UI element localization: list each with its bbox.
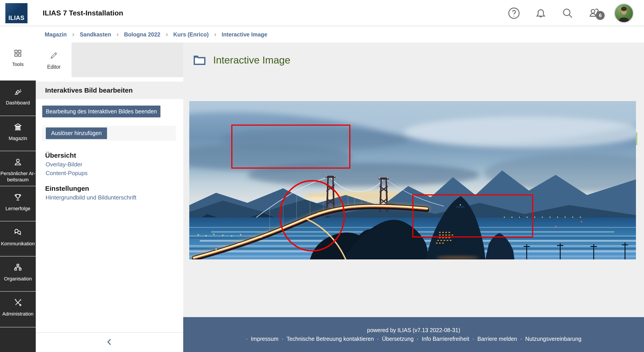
sidebar-item-label: Magazin [8, 135, 27, 142]
bullet-separator: · [377, 336, 379, 342]
breadcrumb: Magazin › Sandkasten › Bologna 2022 › Ku… [0, 27, 644, 43]
ilias-app: ILIAS ILIAS 7 Test-Installation 6 Magazi… [0, 0, 644, 352]
breadcrumb-separator-icon: › [116, 31, 119, 38]
panel-heading: Interaktives Bild bearbeiten [36, 82, 183, 99]
breadcrumb-current-page[interactable]: Interactive Image [222, 31, 267, 38]
page-footer: powered by ILIAS (v7.13 2022-08-31) · Im… [183, 317, 644, 352]
breadcrumb-magazin[interactable]: Magazin [45, 31, 67, 38]
grid-icon [13, 48, 23, 59]
chat-icon [13, 227, 23, 238]
overlay-images-link[interactable]: Overlay-Bilder [46, 161, 82, 168]
editor-slate: Editor Interaktives Bild bearbeiten Bear… [36, 43, 183, 352]
user-avatar[interactable] [614, 3, 634, 23]
chevron-left-icon[interactable] [104, 337, 114, 348]
bell-icon[interactable] [534, 6, 548, 20]
footer-link-support[interactable]: Technische Betreuung kontaktieren [286, 336, 374, 342]
slate-tab-row: Editor [36, 43, 183, 77]
header-bar: ILIAS ILIAS 7 Test-Installation 6 [0, 0, 644, 26]
sidebar-item-label: Persönlicher Ar- beitsraum [0, 170, 36, 183]
bullet-separator: · [520, 336, 522, 342]
orgchart-icon [13, 262, 23, 273]
content-area: Interactive Image [183, 43, 644, 317]
page-title: Interactive Image [213, 54, 290, 66]
sidebar-filler [0, 327, 36, 352]
bullet-separator: · [246, 336, 248, 342]
main-sidebar: Tools Dashboard Magazin Persönlicher Ar-… [0, 43, 36, 352]
sidebar-item-organisation[interactable]: Organisation [0, 256, 36, 291]
tab-editor[interactable]: Editor [36, 43, 72, 77]
trophy-icon [13, 192, 23, 203]
interactive-image-canvas[interactable] [189, 101, 636, 259]
lamp-icon [13, 86, 23, 98]
installation-title: ILIAS 7 Test-Installation [43, 0, 123, 26]
sidebar-item-label: Administration [2, 311, 33, 317]
overview-section-title: Übersicht [45, 152, 183, 159]
sidebar-item-kommunikation[interactable]: Kommunikation [0, 221, 36, 256]
breadcrumb-separator-icon: › [214, 31, 216, 38]
editor-toolbar: Auslöser hinzufügen [42, 126, 176, 141]
footer-link-impressum[interactable]: Impressum [251, 336, 278, 342]
slate-collapse-bar [36, 332, 183, 352]
sidebar-item-label: Kommunikation [1, 241, 35, 247]
sidebar-item-magazin[interactable]: Magazin [0, 116, 36, 151]
ilias-logo[interactable]: ILIAS [5, 3, 28, 23]
sidebar-item-label: Dashboard [6, 100, 30, 106]
add-trigger-button[interactable]: Auslöser hinzufügen [46, 128, 107, 139]
who-is-online-icon[interactable]: 6 [587, 6, 602, 20]
breadcrumb-separator-icon: › [166, 31, 168, 38]
content-popups-link[interactable]: Content-Popups [46, 170, 88, 177]
background-image-link[interactable]: Hintergrundbild und Bildunterschrift [46, 194, 136, 201]
sidebar-item-administration[interactable]: Administration [0, 291, 36, 327]
breadcrumb-bologna[interactable]: Bologna 2022 [124, 31, 160, 38]
bullet-separator: · [472, 336, 474, 342]
footer-link-report-barrier[interactable]: Barriere melden [477, 336, 517, 342]
trigger-rectangle-a[interactable] [231, 125, 350, 169]
settings-section-title: Einstellungen [45, 185, 183, 192]
tab-row-filler [72, 43, 183, 77]
sidebar-item-persoenlicher-arbeitsraum[interactable]: Persönlicher Ar- beitsraum [0, 151, 36, 186]
tab-label: Editor [47, 64, 60, 70]
bullet-separator: · [417, 336, 418, 342]
sidebar-item-dashboard[interactable]: Dashboard [0, 81, 36, 116]
page-title-row: Interactive Image [194, 54, 290, 66]
breadcrumb-sandkasten[interactable]: Sandkasten [80, 31, 111, 38]
search-icon[interactable] [560, 6, 575, 20]
bullet-separator: · [282, 336, 283, 342]
sidebar-item-label: Lernerfolge [5, 205, 30, 212]
footer-links: · Impressum · Technische Betreuung konta… [246, 336, 582, 342]
person-icon [13, 157, 23, 168]
finish-editing-button[interactable]: Bearbeitung des Interaktiven Bildes been… [42, 106, 160, 117]
image-scrollbar-thumb[interactable] [636, 132, 637, 145]
help-icon[interactable] [507, 6, 521, 20]
sidebar-item-label: Organisation [4, 276, 32, 282]
header-icon-group: 6 [507, 0, 634, 26]
sidebar-item-label: Tools [12, 61, 24, 68]
online-count-badge: 6 [596, 11, 605, 20]
folder-icon [194, 54, 206, 66]
pencil-icon [49, 51, 59, 61]
footer-link-terms[interactable]: Nutzungsvereinbarung [525, 336, 582, 342]
trigger-rectangle-b[interactable] [412, 194, 533, 237]
bank-icon [13, 122, 23, 133]
footer-link-translation[interactable]: Übersetzung [382, 336, 414, 342]
sidebar-item-tools[interactable]: Tools [0, 43, 36, 81]
powered-by-text: powered by ILIAS (v7.13 2022-08-31) [367, 327, 460, 333]
crossed-tools-icon [13, 297, 23, 309]
breadcrumb-separator-icon: › [72, 31, 74, 38]
trigger-circle[interactable] [279, 180, 345, 252]
sidebar-item-lernerfolge[interactable]: Lernerfolge [0, 186, 36, 221]
footer-link-accessibility-info[interactable]: Info Barrierefreiheit [422, 336, 469, 342]
breadcrumb-kurs[interactable]: Kurs (Enrico) [174, 31, 209, 38]
